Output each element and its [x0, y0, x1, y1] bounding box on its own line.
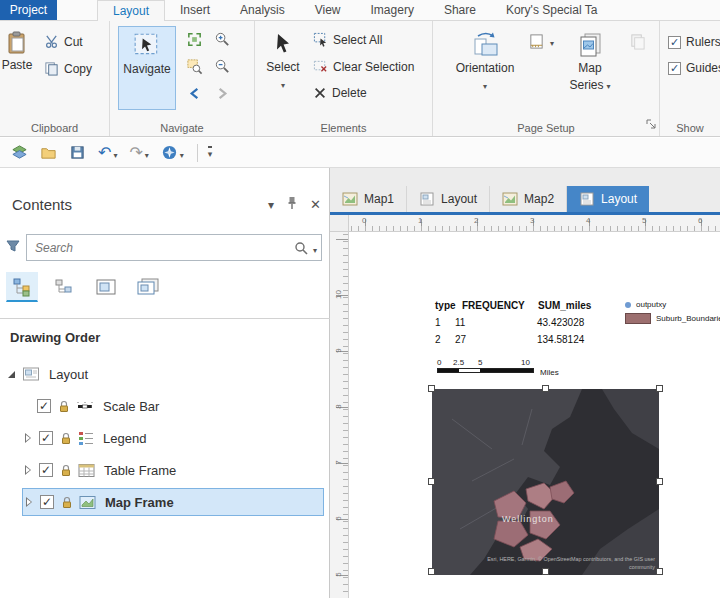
search-icon[interactable] [294, 241, 308, 255]
open-project-button[interactable] [37, 142, 60, 163]
tree-item-legend[interactable]: Legend [0, 424, 330, 452]
lock-icon[interactable] [60, 432, 72, 445]
copy-button[interactable]: Copy [44, 61, 92, 76]
legend-element[interactable]: outputxy Suburb_Boundaries [625, 300, 720, 328]
tree-item-label[interactable]: Map Frame [105, 495, 174, 510]
search-options-arrow[interactable] [313, 239, 317, 257]
rulers-checkbox-row[interactable]: Rulers [668, 35, 720, 49]
selection-handle-ne[interactable] [656, 385, 663, 392]
fixed-zoom-out-button[interactable] [214, 58, 231, 75]
selection-handle-w[interactable] [428, 478, 435, 485]
lock-icon[interactable] [61, 496, 73, 509]
select-all-button[interactable]: Select All [313, 32, 382, 47]
undo-button[interactable]: ↶ [95, 142, 120, 164]
tab-analysis[interactable]: Analysis [225, 0, 300, 20]
clear-selection-button[interactable]: Clear Selection [313, 59, 414, 74]
cut-label: Cut [64, 35, 83, 49]
tree-item-scale-bar[interactable]: Scale Bar [0, 392, 330, 420]
selection-handle-n[interactable] [542, 385, 549, 392]
redo-dropdown-arrow[interactable] [145, 144, 149, 162]
delete-button[interactable]: Delete [313, 86, 367, 100]
list-by-drawing-order-button[interactable] [6, 272, 38, 302]
list-by-element-type-button[interactable] [48, 272, 80, 302]
collapse-icon[interactable] [8, 371, 15, 378]
selection-handle-e[interactable] [656, 478, 663, 485]
selection-handle-s[interactable] [542, 568, 549, 575]
guides-checkbox[interactable] [668, 62, 681, 75]
tree-item-map-frame[interactable]: Map Frame [22, 488, 324, 516]
tree-item-label[interactable]: Scale Bar [103, 399, 159, 414]
redo-button[interactable]: ↷ [126, 142, 151, 164]
fixed-zoom-in-button[interactable] [214, 31, 231, 48]
visibility-checkbox[interactable] [39, 463, 53, 477]
view-tab-layout2-active[interactable]: Layout [567, 186, 649, 212]
tree-item-label[interactable]: Legend [103, 431, 146, 446]
expand-icon[interactable] [24, 465, 32, 475]
view-tab-layout1[interactable]: Layout [407, 186, 490, 212]
expand-icon[interactable] [25, 497, 33, 507]
scale-bar-element[interactable]: 0 2.5 5 10 Miles [437, 358, 557, 373]
paste-button[interactable]: Paste [0, 26, 40, 77]
tree-item-label[interactable]: Layout [49, 367, 88, 382]
customize-qat-button[interactable]: ▾ [208, 146, 213, 159]
next-extent-button[interactable] [214, 85, 231, 102]
lock-icon[interactable] [60, 464, 72, 477]
rulers-checkbox[interactable] [668, 36, 681, 49]
cut-button[interactable]: Cut [44, 34, 83, 49]
lock-icon[interactable] [58, 400, 70, 413]
navigate-button[interactable]: Navigate [118, 26, 176, 110]
explore-dropdown-arrow[interactable] [180, 144, 184, 162]
tab-layout[interactable]: Layout [97, 0, 165, 21]
close-icon[interactable]: ✕ [310, 197, 321, 212]
tab-project[interactable]: Project [0, 0, 57, 20]
selection-handle-se[interactable] [656, 568, 663, 575]
tab-custom[interactable]: Kory's Special Ta [491, 0, 612, 20]
full-extent-button[interactable] [186, 31, 203, 48]
orientation-button[interactable]: Orientation [453, 26, 517, 110]
save-project-button[interactable] [66, 142, 89, 163]
new-item-button[interactable] [8, 142, 31, 163]
tab-share[interactable]: Share [429, 0, 491, 20]
visibility-checkbox[interactable] [40, 495, 54, 509]
previous-extent-button[interactable] [186, 85, 203, 102]
view-tab-map2[interactable]: Map2 [490, 186, 567, 212]
tab-insert[interactable]: Insert [165, 0, 225, 20]
list-all-frames-button[interactable] [132, 272, 164, 302]
visibility-checkbox[interactable] [39, 431, 53, 445]
search-input[interactable] [35, 241, 294, 255]
pane-options-icon[interactable]: ▾ [268, 198, 274, 212]
delete-label: Delete [332, 86, 367, 100]
map-frame-element[interactable]: Wellington Esri, HERE, Garmin, © OpenStr… [432, 389, 659, 575]
orientation-dropdown-arrow[interactable] [483, 78, 487, 92]
map-series-dropdown-arrow[interactable] [607, 78, 611, 92]
select-button[interactable]: Select [259, 26, 307, 110]
view-tab-map1[interactable]: Map1 [330, 186, 407, 212]
tab-view[interactable]: View [300, 0, 356, 20]
guides-checkbox-row[interactable]: Guides [668, 61, 720, 75]
selection-handle-sw[interactable] [428, 568, 435, 575]
tree-item-layout[interactable]: Layout [0, 360, 330, 388]
zoom-to-selection-button[interactable] [186, 58, 203, 75]
page-size-dropdown-arrow[interactable] [550, 35, 554, 49]
selection-handle-nw[interactable] [428, 385, 435, 392]
explore-button[interactable] [158, 142, 187, 164]
scale-bar-graphic [437, 368, 534, 373]
table-frame-element[interactable]: type FREQUENCY SUM_miles 1 11 43.423028 … [435, 300, 618, 345]
page-size-button[interactable] [528, 33, 554, 50]
layout-canvas[interactable]: type FREQUENCY SUM_miles 1 11 43.423028 … [349, 232, 720, 598]
scale-number: 0 [437, 358, 441, 367]
tree-item-table-frame[interactable]: Table Frame [0, 456, 330, 484]
visibility-checkbox[interactable] [37, 399, 51, 413]
tree-item-label[interactable]: Table Frame [104, 463, 176, 478]
expand-icon[interactable] [24, 433, 32, 443]
horizontal-ruler: 0 1 2 3 4 5 6 [349, 215, 720, 232]
select-dropdown-arrow[interactable] [281, 77, 285, 91]
tab-imagery[interactable]: Imagery [356, 0, 429, 20]
map-series-button[interactable]: Map Series [561, 26, 619, 110]
paste-label: Paste [2, 58, 33, 72]
orientation-icon [472, 31, 499, 58]
list-map-frames-button[interactable] [90, 272, 122, 302]
pin-icon[interactable] [286, 196, 298, 213]
undo-dropdown-arrow[interactable] [113, 144, 117, 162]
filter-icon[interactable] [6, 239, 20, 257]
